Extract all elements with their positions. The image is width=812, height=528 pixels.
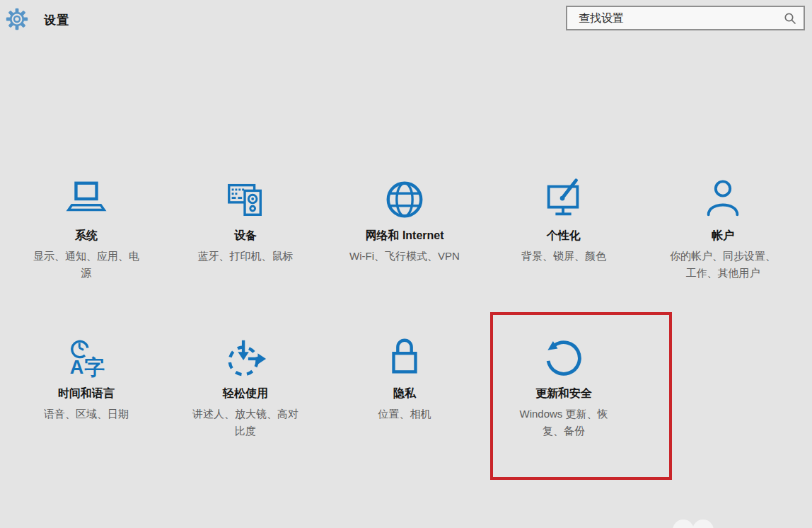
tile-subtitle: 你的帐户、同步设置、 工作、其他用户 — [645, 248, 801, 281]
settings-gear-icon — [6, 8, 28, 30]
tile-system[interactable]: 系统 显示、通知、应用、电 源 — [8, 175, 164, 281]
tile-privacy[interactable]: 隐私 位置、相机 — [327, 333, 482, 423]
tile-title: 系统 — [8, 229, 164, 243]
tile-personalization[interactable]: 个性化 背景、锁屏、颜色 — [486, 175, 642, 265]
system-laptop-icon — [64, 178, 108, 222]
privacy-lock-icon — [383, 335, 427, 379]
tile-title: 网络和 Internet — [327, 229, 482, 243]
tile-title: 隐私 — [327, 386, 482, 401]
tile-devices[interactable]: 设备 蓝牙、打印机、鼠标 — [168, 175, 323, 265]
tile-title: 轻松使用 — [168, 386, 323, 401]
accounts-person-icon — [701, 178, 745, 222]
ease-of-access-icon — [224, 335, 267, 379]
tile-title: 更新和安全 — [486, 386, 642, 401]
tile-subtitle: 讲述人、放大镜、高对 比度 — [168, 406, 323, 439]
tile-subtitle: 蓝牙、打印机、鼠标 — [168, 248, 323, 265]
search-box[interactable] — [566, 6, 805, 30]
tile-title: 设备 — [168, 229, 323, 243]
tile-subtitle: Windows 更新、恢 复、备份 — [486, 406, 642, 439]
personalization-monitor-pen-icon — [542, 178, 586, 222]
search-icon[interactable] — [783, 11, 797, 25]
tile-accounts[interactable]: 帐户 你的帐户、同步设置、 工作、其他用户 — [645, 175, 801, 281]
update-security-refresh-icon — [542, 335, 586, 379]
svg-text:A: A — [70, 356, 84, 378]
watermark-circle — [692, 520, 714, 528]
watermark-circle — [673, 520, 694, 528]
tile-title: 时间和语言 — [8, 386, 164, 401]
tile-network-internet[interactable]: 网络和 Internet Wi-Fi、飞行模式、VPN — [327, 175, 482, 265]
tile-title: 帐户 — [645, 229, 801, 243]
tile-ease-of-access[interactable]: 轻松使用 讲述人、放大镜、高对 比度 — [168, 333, 323, 439]
tile-subtitle: 显示、通知、应用、电 源 — [8, 248, 164, 281]
page-title: 设置 — [44, 12, 69, 28]
tile-subtitle: 背景、锁屏、颜色 — [486, 248, 642, 265]
svg-text:字: 字 — [84, 356, 105, 379]
devices-keyboard-speaker-icon — [224, 178, 267, 222]
tile-update-security[interactable]: 更新和安全 Windows 更新、恢 复、备份 — [486, 333, 642, 439]
tile-subtitle: 位置、相机 — [327, 406, 482, 423]
tile-time-language[interactable]: A 字 时间和语言 语音、区域、日期 — [8, 333, 164, 423]
search-input[interactable] — [567, 7, 804, 29]
tile-subtitle: 语音、区域、日期 — [8, 406, 164, 423]
time-language-clock-icon: A 字 — [64, 335, 108, 379]
network-globe-icon — [383, 178, 427, 222]
tile-title: 个性化 — [486, 229, 642, 243]
tile-subtitle: Wi-Fi、飞行模式、VPN — [327, 248, 482, 265]
